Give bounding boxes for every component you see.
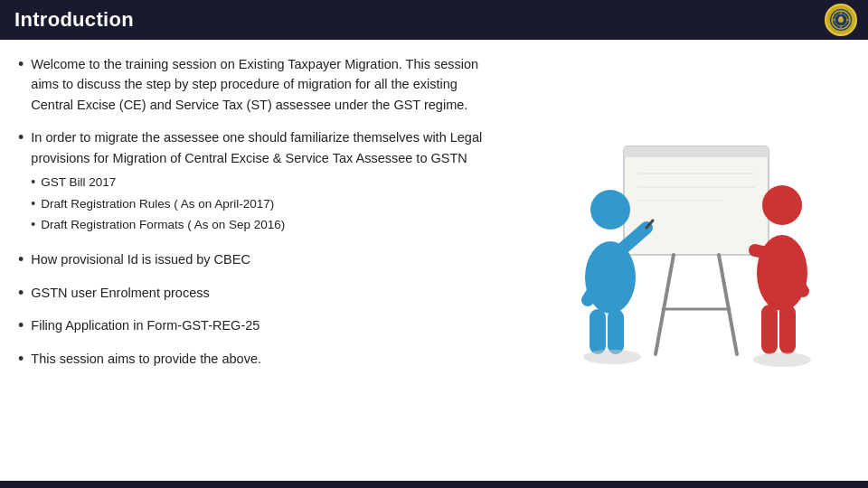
logo-circle <box>825 4 857 36</box>
sub-dot-2-1: • <box>31 174 35 189</box>
sub-bullet-2-1: • GST Bill 2017 <box>31 174 488 192</box>
sub-text-2-1: GST Bill 2017 <box>41 174 116 192</box>
svg-point-28 <box>583 350 641 364</box>
svg-rect-18 <box>608 309 624 354</box>
sub-bullet-2-3: • Draft Registration Formats ( As on Sep… <box>31 216 488 234</box>
bullet-dot-2: • <box>18 128 24 147</box>
bullet-dot-3: • <box>18 250 24 269</box>
svg-point-29 <box>753 352 811 367</box>
sub-bullets-2: • GST Bill 2017 • Draft Registration Rul… <box>31 174 488 234</box>
bullet-text-1: Welcome to the training session on Exist… <box>31 54 488 115</box>
svg-rect-25 <box>779 305 796 354</box>
bullet-text-6: This session aims to provide the above. <box>31 349 261 369</box>
bullet-dot-4: • <box>18 284 24 303</box>
svg-line-12 <box>656 255 674 354</box>
bullet-item-2: • In order to migrate the assessee one s… <box>18 127 488 237</box>
svg-point-15 <box>590 190 630 230</box>
logo-area <box>825 4 857 36</box>
svg-rect-17 <box>590 309 606 354</box>
svg-point-22 <box>762 185 802 225</box>
bullet-text-2: In order to migrate the assessee one sho… <box>31 130 482 164</box>
footer-bar <box>0 481 868 488</box>
bullet-item-4: • GSTN user Enrolment process <box>18 283 488 303</box>
svg-rect-8 <box>624 146 769 157</box>
header-bar: Introduction <box>0 0 868 40</box>
bullet-text-3: How provisional Id is issued by CBEC <box>31 249 250 269</box>
bullet-text-4: GSTN user Enrolment process <box>31 283 209 303</box>
bullet-item-6: • This session aims to provide the above… <box>18 349 488 369</box>
image-section <box>506 54 850 474</box>
bullet-dot-1: • <box>18 55 24 74</box>
bullet-item-5: • Filing Application in Form-GST-REG-25 <box>18 315 488 335</box>
main-content: • Welcome to the training session on Exi… <box>0 40 868 481</box>
training-illustration <box>515 110 841 418</box>
sub-text-2-2: Draft Registration Rules ( As on April-2… <box>41 195 274 213</box>
sub-bullet-2-2: • Draft Registration Rules ( As on April… <box>31 195 488 213</box>
sub-text-2-3: Draft Registration Formats ( As on Sep 2… <box>41 216 285 234</box>
bullet-item-3: • How provisional Id is issued by CBEC <box>18 249 488 269</box>
text-section: • Welcome to the training session on Exi… <box>18 54 506 474</box>
bullet-text-5: Filing Application in Form-GST-REG-25 <box>31 315 259 335</box>
bullet-dot-6: • <box>18 350 24 369</box>
logo-icon <box>828 7 854 33</box>
sub-dot-2-2: • <box>31 196 35 211</box>
bullet-item-1: • Welcome to the training session on Exi… <box>18 54 488 115</box>
sub-dot-2-3: • <box>31 217 35 231</box>
page-title: Introduction <box>14 8 134 32</box>
svg-line-13 <box>719 255 737 354</box>
bullet-dot-5: • <box>18 316 24 335</box>
svg-rect-24 <box>761 305 778 354</box>
